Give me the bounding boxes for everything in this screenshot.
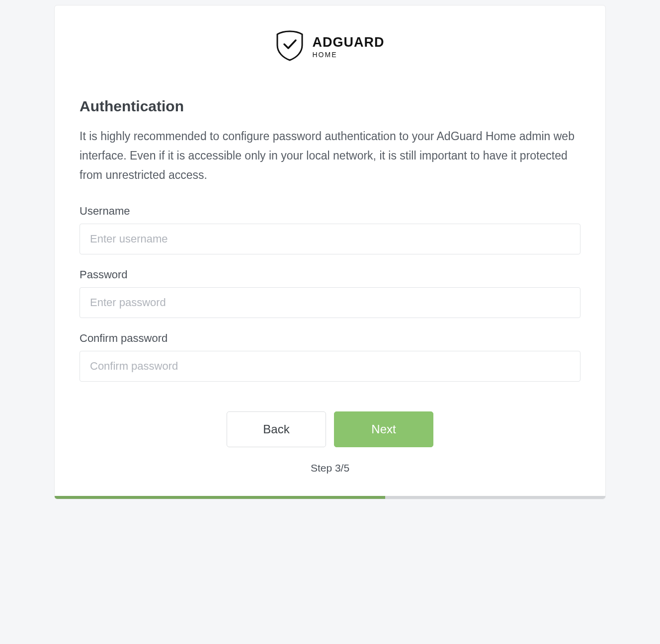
password-group: Password — [80, 268, 580, 318]
page-title: Authentication — [80, 98, 580, 115]
confirm-password-input[interactable] — [80, 351, 580, 382]
progress-fill — [55, 496, 385, 499]
confirm-password-group: Confirm password — [80, 332, 580, 382]
button-row: Back Next — [80, 411, 580, 447]
password-input[interactable] — [80, 287, 580, 318]
username-group: Username — [80, 205, 580, 254]
logo-subtitle: HOME — [313, 51, 385, 58]
next-button[interactable]: Next — [334, 411, 433, 447]
logo: ADGUARD HOME — [80, 30, 580, 63]
confirm-password-label: Confirm password — [80, 332, 580, 345]
progress-bar — [55, 496, 605, 499]
step-indicator: Step 3/5 — [80, 462, 580, 474]
card-body: ADGUARD HOME Authentication It is highly… — [55, 5, 605, 496]
page-description: It is highly recommended to configure pa… — [80, 127, 580, 185]
back-button[interactable]: Back — [227, 411, 326, 447]
username-input[interactable] — [80, 224, 580, 254]
password-label: Password — [80, 268, 580, 281]
setup-card: ADGUARD HOME Authentication It is highly… — [54, 5, 606, 499]
logo-text: ADGUARD HOME — [313, 36, 385, 58]
shield-check-icon — [276, 30, 304, 63]
username-label: Username — [80, 205, 580, 218]
logo-title: ADGUARD — [313, 36, 385, 49]
